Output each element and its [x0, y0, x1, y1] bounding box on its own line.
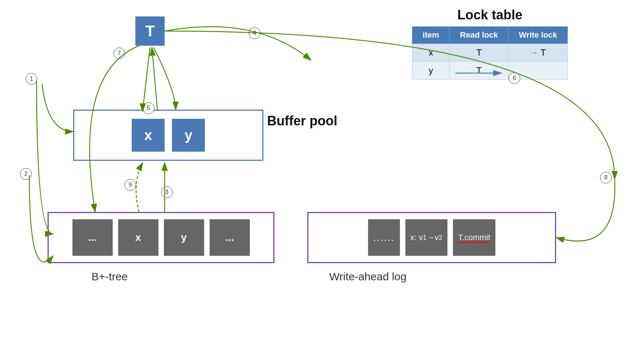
buffer-pool-label: Buffer pool — [267, 113, 337, 129]
transaction-box-t: T — [135, 16, 165, 46]
col-header-read-lock: Read lock — [450, 27, 509, 44]
buffer-x-box: x — [132, 119, 165, 152]
buffer-pool-box: x y — [73, 110, 263, 161]
wal-item-dots: ...... — [368, 219, 400, 256]
t-commit-text: T.commit — [458, 233, 490, 242]
btree-box: ... x y ... — [48, 212, 274, 263]
table-row-y: y T — [412, 62, 568, 80]
col-header-write-lock: Write lock — [509, 27, 568, 44]
write-lock-x: → T — [509, 44, 568, 62]
lock-table: item Read lock Write lock x T → T y T — [412, 26, 568, 80]
read-lock-x: T — [450, 44, 509, 62]
wal-item-x-change: x: v1→v2 — [405, 219, 448, 256]
step-8-label: 8 — [600, 172, 612, 183]
wal-item-commit: T.commit — [453, 219, 495, 256]
lock-table-title: Lock table — [412, 7, 568, 23]
buffer-y-box: y — [172, 119, 205, 152]
col-header-item: item — [412, 27, 450, 44]
item-y: y — [412, 62, 450, 80]
transaction-label: T — [145, 22, 155, 40]
table-row-x: x T → T — [412, 44, 568, 62]
arrow-right-icon: → — [530, 48, 538, 57]
step-1-label: 1 — [26, 73, 37, 85]
step-7-label: 7 — [113, 48, 125, 59]
step-2-label: 2 — [20, 168, 32, 180]
item-x: x — [412, 44, 450, 62]
lock-table-section: Lock table item Read lock Write lock x T… — [412, 7, 568, 80]
step-5-label: 5 — [143, 102, 154, 114]
btree-label: B+-tree — [91, 270, 128, 283]
wal-box: ...... x: v1→v2 T.commit — [307, 212, 556, 263]
btree-inner: ... x y ... — [49, 213, 273, 262]
step-4-label: 4 — [249, 27, 260, 39]
btree-item-dots2: ... — [210, 219, 250, 256]
step-9-label: 9 — [124, 179, 136, 191]
btree-item-dots1: ... — [72, 219, 113, 256]
read-lock-y: T — [450, 62, 509, 80]
step-6-label: 6 — [509, 72, 520, 84]
buffer-pool-inner: x y — [74, 111, 262, 160]
write-lock-x-value: T — [540, 48, 546, 58]
wal-label: Write-ahead log — [329, 270, 406, 283]
step-3-label: 3 — [161, 186, 173, 198]
btree-item-x: x — [118, 219, 158, 256]
wal-inner: ...... x: v1→v2 T.commit — [308, 213, 555, 262]
btree-item-y: y — [164, 219, 204, 256]
